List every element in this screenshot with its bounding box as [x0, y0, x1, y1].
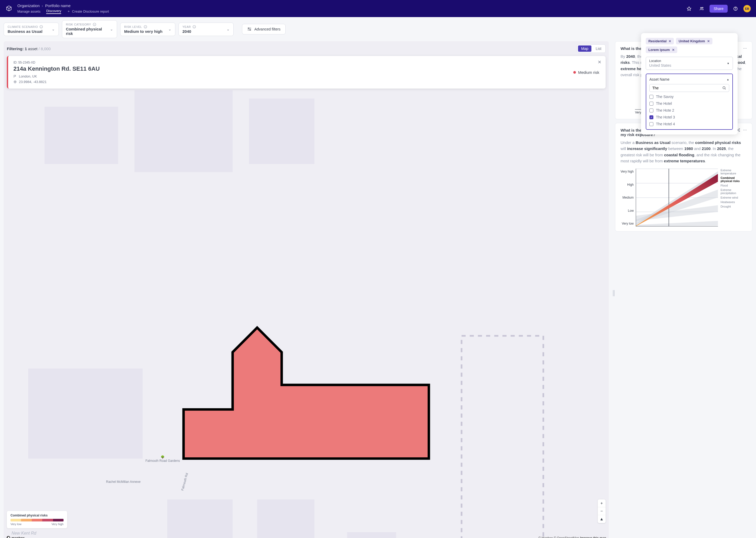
filter-scenario-label: CLIMATE SCENARIO	[8, 25, 38, 28]
svg-marker-39	[636, 221, 718, 226]
asset-title: 214a Kennington Rd. SE11 6AU	[13, 65, 600, 72]
nav-create-report[interactable]: ＋ Create Disclosure report	[67, 9, 109, 14]
plus-icon: ＋	[67, 9, 71, 14]
breadcrumb: Organization › Portfolio name	[17, 3, 109, 8]
asset-name-input[interactable]	[652, 86, 722, 90]
svg-point-26	[14, 81, 16, 83]
filter-risk-level-value: Medium to very high	[124, 29, 163, 34]
filter-risk-category[interactable]: RISK CATEGORY Combined physical risk ⌄	[62, 20, 117, 38]
chevron-down-icon: ⌄	[226, 27, 230, 31]
chip-residential: Residential✕	[646, 38, 674, 44]
asset-option-label: The Hotel 3	[656, 115, 675, 119]
nav-create-report-label: Create Disclosure report	[72, 10, 109, 13]
chart-legend: Extreme temperature Combined physical ri…	[718, 169, 747, 227]
asset-info-card: ID: 55-2345-XD 214a Kennington Rd. SE11 …	[7, 56, 606, 88]
location-value: United States	[649, 63, 671, 68]
pane-splitter[interactable]	[612, 41, 615, 538]
help-button[interactable]	[731, 4, 740, 13]
caret-up-icon[interactable]: ▲	[727, 78, 729, 81]
close-icon	[597, 60, 602, 64]
svg-rect-18	[249, 98, 314, 164]
legend-high: Very high	[51, 522, 64, 526]
view-toggle-list[interactable]: List	[592, 45, 604, 52]
zoom-out-button[interactable]: −	[598, 507, 606, 515]
favorite-button[interactable]	[684, 4, 694, 13]
chevron-down-icon: ⌄	[110, 27, 113, 31]
asset-location: London, UK	[19, 74, 37, 78]
map[interactable]: Filtering: 1 asset / 8,000 Map List ID: …	[4, 41, 609, 538]
reset-bearing-button[interactable]: ▲	[598, 515, 606, 523]
svg-rect-16	[45, 107, 118, 164]
filter-year[interactable]: YEAR 2040 ⌄	[178, 23, 234, 36]
asset-option[interactable]: The Hotel 4	[649, 122, 729, 126]
people-icon	[699, 6, 704, 11]
filter-risk-cat-label: RISK CATEGORY	[66, 23, 91, 26]
asset-option[interactable]: The Savoy	[649, 94, 729, 99]
location-label: Location	[649, 59, 671, 63]
share-button[interactable]: Share	[710, 5, 728, 13]
filter-scenario-value: Business as Usual	[8, 29, 43, 34]
people-button[interactable]	[697, 4, 706, 13]
improve-map-link[interactable]: Improve this map	[580, 536, 606, 538]
asset-option[interactable]: The Hote 2	[649, 108, 729, 112]
breadcrumb-portfolio[interactable]: Portfolio name	[45, 3, 71, 8]
filter-risk-level[interactable]: RISK LEVEL Medium to very high ⌄	[120, 23, 175, 36]
sliders-icon	[247, 27, 252, 31]
svg-rect-19	[28, 369, 143, 459]
advanced-filters-popover: Residential✕ United Kingdom✕ Lorem ipsum…	[641, 33, 737, 134]
location-select[interactable]: Location United States ▼	[646, 57, 733, 70]
map-label-falmouth-gardens: 🌳Falmouth Road Gardens	[145, 455, 180, 462]
asset-option-label: The Hote 2	[656, 108, 674, 112]
legend-gradient	[11, 519, 64, 521]
checkbox-icon	[649, 95, 653, 99]
filter-year-value: 2040	[182, 29, 196, 34]
hazard-chart: Very high High Medium Low Very low	[621, 169, 747, 227]
filter-climate-scenario[interactable]: CLIMATE SCENARIO Business as Usual ⌄	[4, 23, 59, 36]
asset-option[interactable]: The Hotel	[649, 101, 729, 106]
advanced-filters-button[interactable]: Advanced filters	[242, 24, 286, 34]
chip-remove[interactable]: ✕	[707, 39, 710, 43]
risk-dot-icon	[573, 71, 576, 74]
advanced-filters-label: Advanced filters	[254, 27, 281, 31]
legend-low: Very low	[11, 522, 22, 526]
svg-point-2	[702, 7, 703, 8]
chevron-right-icon: ›	[42, 3, 43, 8]
asset-id: ID: 55-2345-XD	[13, 61, 600, 64]
asset-name-search[interactable]	[649, 84, 729, 92]
svg-line-34	[737, 129, 739, 130]
chart-y-axis: Very high High Medium Low Very low	[621, 169, 636, 227]
close-button[interactable]	[597, 60, 602, 65]
breadcrumb-org[interactable]: Organization	[17, 3, 40, 8]
chip-remove[interactable]: ✕	[669, 39, 671, 43]
chip-remove[interactable]: ✕	[672, 48, 675, 52]
svg-point-27	[15, 81, 16, 82]
asset-option-label: The Savoy	[656, 94, 674, 99]
star-icon	[687, 6, 691, 11]
asset-option[interactable]: ✓The Hotel 3	[649, 115, 729, 119]
card-more-button[interactable]: ⋯	[743, 128, 747, 133]
avatar[interactable]: EB	[743, 5, 751, 12]
flag-icon	[13, 75, 17, 78]
map-legend: Combined physical risks Very lowVery hig…	[7, 511, 67, 528]
risk-label: Medium risk	[578, 70, 599, 75]
search-icon	[722, 86, 726, 90]
app-logo[interactable]	[5, 5, 13, 12]
nav-manage-assets[interactable]: Manage assets	[17, 10, 40, 13]
svg-point-42	[723, 87, 725, 89]
legend-title: Combined physical risks	[11, 513, 64, 517]
risk-badge: Medium risk	[573, 70, 599, 75]
nav-discovery[interactable]: Discovery	[46, 9, 61, 14]
svg-point-9	[248, 28, 249, 28]
mapbox-logo: mapbox	[6, 536, 25, 538]
svg-rect-22	[347, 532, 396, 538]
svg-point-1	[700, 7, 702, 8]
target-icon	[13, 80, 17, 83]
zoom-in-button[interactable]: +	[598, 499, 606, 507]
card-more-button[interactable]: ⋯	[743, 46, 747, 50]
view-toggle-map[interactable]: Map	[578, 45, 591, 52]
asset-name-label: Asset Name	[649, 77, 669, 81]
help-icon	[733, 6, 738, 11]
topbar: Organization › Portfolio name Manage ass…	[0, 0, 756, 17]
svg-line-43	[725, 88, 726, 89]
asset-name-filter: Asset Name ▲ The SavoyThe HotelThe Hote …	[646, 74, 733, 130]
